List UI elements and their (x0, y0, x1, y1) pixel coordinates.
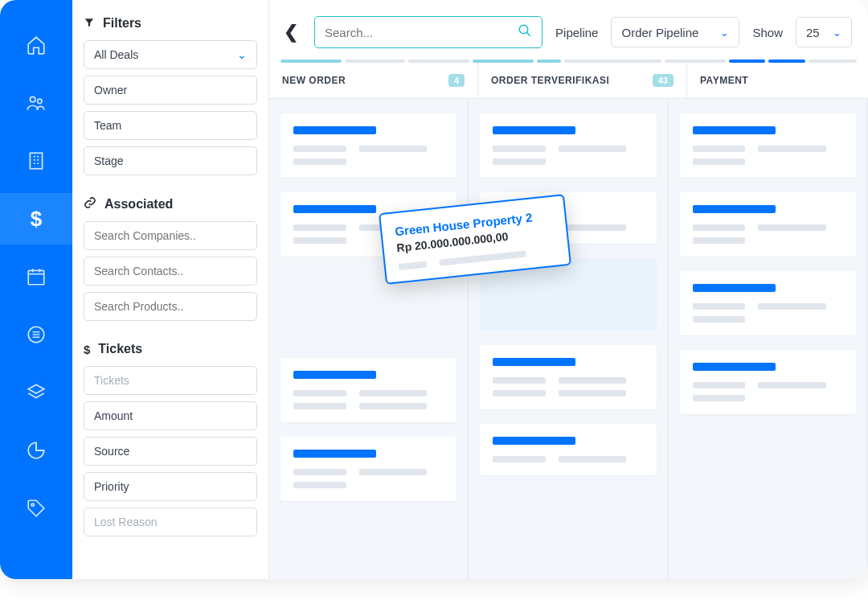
count-badge: 43 (653, 74, 674, 87)
deal-card[interactable] (680, 350, 856, 414)
show-select[interactable]: 25 ⌄ (796, 17, 852, 47)
column-header-payment: PAYMENT (687, 63, 868, 98)
chevron-down-icon: ⌄ (237, 48, 247, 61)
app-window: $ Filters All Deals ⌄ Owner Tea (0, 0, 868, 579)
deal-card[interactable] (280, 437, 457, 501)
search-input[interactable] (314, 16, 542, 48)
nav-deals[interactable]: $ (0, 193, 72, 245)
deal-card[interactable] (280, 358, 457, 422)
owner-field[interactable]: Owner (84, 76, 257, 105)
filters-heading: Filters (84, 16, 257, 31)
filters-panel: Filters All Deals ⌄ Owner Team Stage Ass… (72, 0, 269, 579)
deal-card[interactable] (480, 424, 656, 475)
priority-field[interactable]: Priority (84, 472, 257, 501)
associated-heading: Associated (84, 196, 257, 212)
lost-reason-field[interactable]: Lost Reason (84, 508, 257, 536)
pipeline-select[interactable]: Order Pipeline ⌄ (611, 17, 739, 47)
deal-card[interactable] (680, 271, 856, 335)
svg-rect-3 (28, 270, 44, 284)
column-new-order[interactable] (269, 99, 469, 579)
dollar-small-icon: $ (84, 343, 90, 356)
users-icon (26, 92, 47, 113)
pie-icon (26, 440, 47, 461)
tag-icon (26, 498, 47, 519)
nav-home[interactable] (0, 19, 72, 71)
svg-point-0 (30, 97, 35, 102)
column-verified[interactable] (469, 99, 668, 579)
main-area: ❮ Pipeline Order Pipeline ⌄ Show 25 ⌄ (269, 0, 868, 579)
filter-icon (84, 17, 95, 31)
tickets-field[interactable]: Tickets (84, 366, 257, 395)
search-icon (518, 23, 532, 41)
all-deals-select[interactable]: All Deals ⌄ (84, 40, 257, 69)
deal-card[interactable] (680, 113, 856, 178)
column-payment[interactable] (669, 99, 868, 579)
home-icon (26, 35, 47, 55)
deal-card[interactable] (480, 113, 656, 178)
search-products-input[interactable] (84, 292, 257, 321)
svg-point-1 (38, 99, 42, 103)
chevron-down-icon: ⌄ (720, 27, 729, 39)
search-contacts-input[interactable] (84, 257, 257, 286)
nav-reports[interactable] (0, 425, 72, 476)
layers-icon (26, 382, 47, 403)
chevron-down-icon: ⌄ (833, 27, 841, 39)
pipeline-label: Pipeline (555, 26, 598, 39)
nav-companies[interactable] (0, 135, 72, 187)
deal-card[interactable] (680, 192, 856, 257)
show-label: Show (752, 26, 783, 39)
source-field[interactable]: Source (84, 437, 257, 466)
search-companies-input[interactable] (84, 221, 257, 250)
nav-calendar[interactable] (0, 251, 72, 302)
kanban-body: Green House Property 2 Rp 20.000.000.000… (269, 99, 868, 579)
nav-tags[interactable] (0, 483, 72, 534)
back-button[interactable]: ❮ (280, 22, 301, 43)
deal-card[interactable] (280, 113, 457, 178)
column-header-new-order: NEW ORDER 4 (269, 63, 478, 98)
amount-field[interactable]: Amount (84, 401, 257, 430)
nav-users[interactable] (0, 77, 72, 129)
tickets-heading: $ Tickets (84, 342, 257, 356)
svg-point-5 (31, 503, 34, 506)
team-field[interactable]: Team (84, 111, 257, 140)
list-icon (26, 324, 47, 345)
nav-lists[interactable] (0, 309, 72, 360)
topbar: ❮ Pipeline Order Pipeline ⌄ Show 25 ⌄ (269, 0, 868, 60)
nav-layers[interactable] (0, 367, 72, 418)
svg-rect-2 (30, 153, 42, 169)
count-badge: 4 (448, 74, 465, 87)
svg-point-6 (519, 25, 528, 34)
stage-field[interactable]: Stage (84, 146, 257, 175)
vertical-nav: $ (0, 0, 72, 579)
calendar-icon (26, 266, 47, 287)
link-icon (84, 196, 96, 212)
column-header-verified: ORDER TERVERIFIKASI 43 (478, 63, 687, 98)
kanban-header: NEW ORDER 4 ORDER TERVERIFIKASI 43 PAYME… (269, 63, 868, 99)
building-icon (26, 150, 47, 171)
dollar-icon: $ (31, 207, 42, 232)
deal-card[interactable] (480, 345, 656, 409)
